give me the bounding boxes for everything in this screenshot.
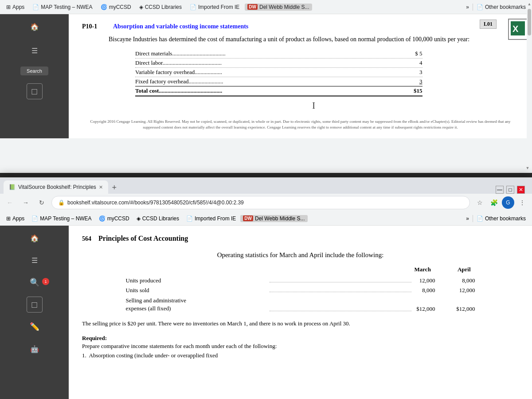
- bookmark-apps-bottom[interactable]: ⊞ Apps: [4, 215, 27, 223]
- refresh-button[interactable]: ↻: [35, 196, 48, 209]
- bookmark-icon-bottom[interactable]: □: [27, 297, 43, 313]
- other-doc-icon-bottom: 📄: [477, 215, 483, 222]
- book-title: Principles of Cost Accounting: [98, 235, 188, 243]
- apps-icon-bottom: ⊞: [6, 215, 11, 222]
- address-bar-row: ← → ↻ 🔒 bookshelf.vitalsource.com/#/book…: [0, 194, 532, 211]
- tab-favicon: 📗: [9, 184, 16, 190]
- ie-icon-top: 📄: [190, 4, 196, 10]
- myccsd-icon-bottom: 🌀: [99, 215, 106, 222]
- bottom-sidebar: 🏠 ☰ 🔍 □ ✏️ 1 🤖: [0, 226, 69, 399]
- bookmark-apps-label-bottom: Apps: [12, 215, 24, 222]
- tab-vitalsource[interactable]: 📗 VitalSource Bookshelf: Principles ✕: [4, 180, 108, 194]
- stats-table: March April Units produced 12,000 8,000 …: [126, 266, 475, 314]
- new-tab-button[interactable]: +: [108, 181, 121, 194]
- problem-body: Biscayne Industries has determined the c…: [109, 35, 519, 110]
- map-doc-icon-bottom: 📄: [31, 215, 38, 222]
- required-label: Required:: [82, 335, 107, 341]
- divider-top: [473, 4, 473, 11]
- search-icon-bottom[interactable]: 🔍: [27, 274, 43, 290]
- scrollbar-top[interactable]: ▲: [527, 14, 532, 138]
- bookmark-map-top[interactable]: 📄 MAP Testing – NWEA: [30, 3, 95, 11]
- menu-icon-top[interactable]: ☰: [27, 43, 43, 59]
- copyright-text: Copyright 2016 Cengage Learning. All Rig…: [82, 119, 519, 130]
- window-controls: — □ ✕: [492, 186, 528, 194]
- maximize-button[interactable]: □: [506, 186, 514, 194]
- units-produced-march: 12,000: [413, 277, 444, 284]
- profile-button[interactable]: G: [502, 196, 514, 209]
- search-button-top[interactable]: Search: [20, 66, 48, 75]
- home-icon-bottom[interactable]: 🏠: [27, 230, 43, 246]
- required-section: Required: Prepare comparative income sta…: [82, 334, 519, 360]
- bookmark-dw-label-bottom: Del Webb Middle S...: [255, 215, 305, 222]
- annotation-icon-bottom[interactable]: ✏️: [27, 319, 43, 335]
- menu-icon-bottom[interactable]: ☰: [27, 252, 43, 268]
- cost-value-total: $15: [414, 87, 422, 94]
- forward-button[interactable]: →: [20, 196, 32, 209]
- top-main-content: L01 P10-1 Absorption and variable costin…: [69, 14, 532, 138]
- selling-admin-april: $12,000: [444, 305, 475, 313]
- back-button[interactable]: ←: [4, 196, 16, 209]
- bookmarks-bar-top: ⊞ Apps 📄 MAP Testing – NWEA 🌀 myCCSD ◈ C…: [0, 0, 532, 14]
- units-sold-april: 12,000: [444, 287, 475, 294]
- ie-doc-icon-bottom: 📄: [186, 215, 193, 222]
- top-browser-content: 🏠 ☰ Search □ L01 P10-1 Absorption and va…: [0, 14, 532, 138]
- extensions-button[interactable]: 🧩: [488, 196, 500, 209]
- scroll-down-top-icon[interactable]: ▼: [525, 164, 530, 172]
- tab-close-button[interactable]: ✕: [99, 184, 103, 190]
- bookmark-other-top[interactable]: » 📄 Other bookmarks: [463, 3, 528, 12]
- section-heading: Operating statistics for March and April…: [82, 251, 519, 259]
- bookmark-myccsd-top[interactable]: 🌀 myCCSD: [98, 3, 134, 11]
- bookmark-map-bottom[interactable]: 📄 MAP Testing – NWEA: [29, 215, 94, 223]
- bookmark-icon-top[interactable]: □: [27, 83, 43, 99]
- top-sidebar: 🏠 ☰ Search □: [0, 14, 69, 138]
- units-sold-label: Units sold: [126, 287, 268, 294]
- bookmark-ie-bottom[interactable]: 📄 Imported From IE: [184, 215, 239, 223]
- units-produced-label: Units produced: [126, 277, 268, 284]
- page-number: 564: [82, 235, 91, 243]
- url-text: bookshelf.vitalsource.com/#/books/978130…: [67, 200, 244, 206]
- ai-icon-bottom[interactable]: 🤖: [27, 341, 43, 357]
- required-text: Prepare comparative income statements fo…: [82, 342, 519, 360]
- stats-row-selling-admin: Selling and administrativeexpenses (all …: [126, 295, 475, 314]
- cost-label-labor: Direct labor............................…: [135, 59, 222, 66]
- stats-row-units-sold: Units sold 8,000 12,000: [126, 286, 475, 295]
- star-button[interactable]: ☆: [473, 196, 486, 209]
- address-box[interactable]: 🔒 bookshelf.vitalsource.com/#/books/9781…: [51, 196, 470, 209]
- notification-badge: 1: [42, 278, 49, 285]
- menu-button[interactable]: ⋮: [516, 196, 528, 209]
- bookmark-apps-top[interactable]: ⊞ Apps: [4, 3, 27, 11]
- bookmark-ccsd-top[interactable]: ◈ CCSD Libraries: [137, 3, 184, 11]
- dw-icon-bottom: DW: [243, 215, 253, 221]
- bookmarks-bar-bottom: ⊞ Apps 📄 MAP Testing – NWEA 🌀 myCCSD ◈ C…: [0, 211, 532, 226]
- cost-label-variable: Variable factory overhead...............…: [135, 69, 222, 76]
- bookmark-other-label-bottom: Other bookmarks: [485, 215, 526, 222]
- home-icon-top[interactable]: 🏠: [27, 19, 43, 35]
- bookmark-dw-bottom[interactable]: DW Del Webb Middle S...: [240, 215, 307, 222]
- browser-actions: ☆ 🧩 G ⋮: [473, 196, 528, 209]
- selling-admin-dots: [270, 311, 411, 311]
- cost-label-total: Total cost..............................…: [135, 87, 222, 94]
- ccsd-icon-bottom: ◈: [137, 215, 141, 222]
- selling-admin-label: Selling and administrativeexpenses (all …: [126, 297, 268, 313]
- problem-text: Biscayne Industries has determined the c…: [109, 35, 519, 44]
- bookmark-myccsd-label-top: myCCSD: [109, 4, 131, 10]
- svg-text:X: X: [512, 24, 519, 34]
- scroll-thumb-top[interactable]: [528, 14, 531, 35]
- bookmark-apps-label-top: Apps: [12, 4, 24, 10]
- bottom-content: 🏠 ☰ 🔍 □ ✏️ 1 🤖 564 Principles of Cost Ac…: [0, 226, 532, 399]
- problem-title: Absorption and variable costing income s…: [113, 23, 248, 30]
- cost-row-variable: Variable factory overhead...............…: [135, 68, 422, 77]
- bookmark-other-label-top: Other bookmarks: [485, 4, 526, 10]
- bookmark-myccsd-bottom[interactable]: 🌀 myCCSD: [96, 215, 132, 223]
- bookmark-dw-top[interactable]: DW Del Webb Middle S...: [245, 4, 312, 11]
- minimize-button[interactable]: —: [496, 186, 504, 194]
- close-button[interactable]: ✕: [517, 186, 525, 194]
- col-march-header: March: [415, 266, 431, 273]
- units-sold-dots: [270, 292, 411, 292]
- bookmark-other-bottom[interactable]: » 📄 Other bookmarks: [463, 214, 528, 223]
- bookmark-ccsd-bottom[interactable]: ◈ CCSD Libraries: [134, 215, 182, 223]
- cost-row-materials: Direct materials........................…: [135, 49, 422, 59]
- cost-row-labor: Direct labor............................…: [135, 59, 422, 68]
- bookmark-ie-top[interactable]: 📄 Imported From IE: [187, 3, 242, 11]
- cost-table: Direct materials........................…: [135, 49, 422, 97]
